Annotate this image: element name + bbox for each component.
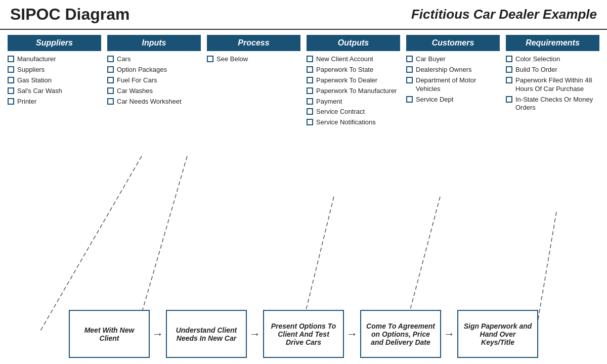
col-header-requirements: Requirements bbox=[506, 35, 599, 51]
arrow-3: → bbox=[346, 328, 358, 341]
checkbox-icon bbox=[406, 96, 413, 103]
outputs-list: New Client Account Paperwork To State Pa… bbox=[307, 55, 400, 129]
list-item: In-State Checks Or Money Orders bbox=[506, 96, 599, 113]
list-item: Paperwork To Manufacturer bbox=[307, 87, 400, 96]
list-item: Option Packages bbox=[107, 66, 201, 74]
checkbox-icon bbox=[506, 66, 512, 73]
column-headers: Suppliers Inputs Process Outputs Custome… bbox=[8, 35, 599, 51]
process-box-5: Sign Paperwork and Hand Over Keys/Title bbox=[457, 310, 538, 358]
checkbox-icon bbox=[307, 119, 313, 125]
checkbox-icon bbox=[307, 77, 313, 83]
col-header-outputs: Outputs bbox=[307, 35, 400, 51]
checkbox-icon bbox=[8, 66, 14, 73]
checkbox-icon bbox=[506, 56, 512, 62]
list-item: Paperwork To Dealer bbox=[307, 76, 400, 85]
list-item: Paperwork To State bbox=[307, 66, 400, 74]
arrow-1: → bbox=[152, 328, 163, 341]
col-header-process: Process bbox=[207, 35, 300, 51]
list-item: Gas Station bbox=[8, 76, 101, 85]
list-item: Manufacturer bbox=[8, 55, 101, 64]
checkbox-icon bbox=[307, 87, 313, 94]
process-box-3: Present Options To Client And Test Drive… bbox=[263, 310, 344, 358]
checkbox-icon bbox=[8, 98, 14, 105]
checkbox-icon bbox=[307, 108, 313, 115]
list-item: Service Dept bbox=[406, 96, 500, 104]
checkbox-icon bbox=[307, 66, 313, 73]
checkbox-icon bbox=[406, 77, 413, 83]
checkbox-icon bbox=[307, 56, 313, 62]
checkbox-icon bbox=[506, 96, 512, 103]
list-item: Car Buyer bbox=[406, 55, 500, 64]
list-item: Car Needs Worksheet bbox=[107, 98, 201, 106]
checkbox-icon bbox=[406, 56, 413, 62]
checkbox-icon bbox=[107, 98, 114, 105]
page-title: SIPOC Diagram bbox=[10, 5, 130, 24]
col-header-inputs: Inputs bbox=[107, 35, 201, 51]
list-item: Paperwork Filed Within 48 Hours Of Car P… bbox=[506, 76, 599, 94]
list-item: Fuel For Cars bbox=[107, 76, 201, 85]
arrow-4: → bbox=[444, 328, 455, 341]
list-item: New Client Account bbox=[307, 55, 400, 64]
list-item: Printer bbox=[8, 98, 101, 106]
list-item: Dealership Owners bbox=[406, 66, 500, 74]
page-subtitle: Fictitious Car Dealer Example bbox=[411, 7, 597, 22]
list-item: Suppliers bbox=[8, 66, 101, 74]
list-item: See Below bbox=[207, 55, 300, 64]
col-header-suppliers: Suppliers bbox=[8, 35, 101, 51]
process-box-2: Understand Client Needs In New Car bbox=[166, 310, 247, 358]
col-header-customers: Customers bbox=[406, 35, 500, 51]
header: SIPOC Diagram Fictitious Car Dealer Exam… bbox=[0, 0, 607, 30]
checkbox-icon bbox=[107, 66, 114, 73]
list-item: Payment bbox=[307, 98, 400, 106]
checkbox-icon bbox=[406, 66, 413, 73]
checkbox-icon bbox=[107, 56, 114, 62]
checkbox-icon bbox=[8, 56, 14, 62]
requirements-list: Color Selection Build To Order Paperwork… bbox=[506, 55, 599, 129]
list-item: Service Contract bbox=[307, 108, 400, 116]
svg-line-1 bbox=[137, 156, 187, 331]
inputs-list: Cars Option Packages Fuel For Cars Car W… bbox=[107, 55, 201, 129]
list-item: Color Selection bbox=[506, 55, 599, 64]
checkbox-icon bbox=[506, 77, 512, 83]
suppliers-list: Manufacturer Suppliers Gas Station Sal's… bbox=[8, 55, 101, 129]
process-box-4: Come To Agreement on Options, Price and … bbox=[360, 310, 441, 358]
list-item: Sal's Car Wash bbox=[8, 87, 101, 96]
lists-row: Manufacturer Suppliers Gas Station Sal's… bbox=[8, 55, 599, 129]
process-boxes-row: Meet With New Client → Understand Client… bbox=[8, 310, 599, 358]
checkbox-icon bbox=[107, 87, 114, 94]
customers-list: Car Buyer Dealership Owners Department o… bbox=[406, 55, 500, 129]
list-item: Car Washes bbox=[107, 87, 201, 96]
arrow-2: → bbox=[249, 328, 261, 341]
checkbox-icon bbox=[207, 56, 213, 62]
process-list: See Below bbox=[207, 55, 300, 129]
list-item: Department of Motor Vehicles bbox=[406, 76, 500, 94]
main-content: Suppliers Inputs Process Outputs Custome… bbox=[0, 30, 607, 131]
svg-line-0 bbox=[40, 156, 142, 331]
checkbox-icon bbox=[8, 77, 14, 83]
list-item: Build To Order bbox=[506, 66, 599, 74]
list-item: Cars bbox=[107, 55, 201, 64]
checkbox-icon bbox=[307, 98, 313, 105]
checkbox-icon bbox=[8, 87, 14, 94]
list-item: Service Notifications bbox=[307, 118, 400, 127]
process-box-1: Meet With New Client bbox=[69, 310, 150, 358]
checkbox-icon bbox=[107, 77, 114, 83]
